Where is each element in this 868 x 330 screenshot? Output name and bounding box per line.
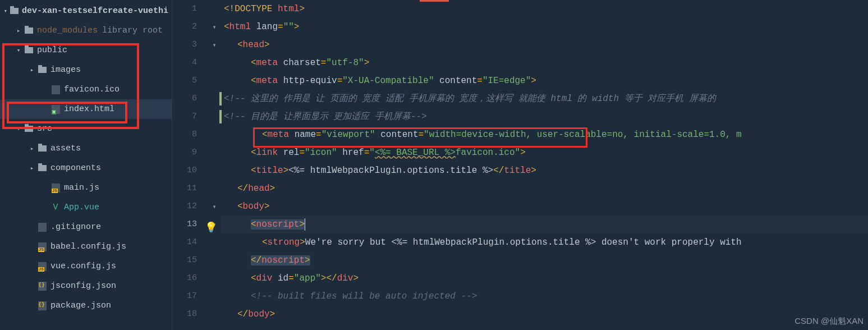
code-line[interactable]: </noscript> — [222, 251, 868, 269]
line-number[interactable]: 12 — [172, 198, 197, 216]
code-line-current[interactable]: 💡 <noscript> — [222, 216, 868, 233]
fold-column[interactable]: ▾ ▾ ▾ ▾ — [207, 0, 222, 330]
folder-icon — [24, 126, 34, 132]
tree-assets[interactable]: ▸ assets — [0, 139, 172, 158]
line-number[interactable]: 3 — [172, 36, 197, 54]
code-area[interactable]: <!DOCTYPE html> <html lang=""> <head> <m… — [222, 0, 868, 330]
tree-label: main.js — [64, 183, 99, 192]
lightbulb-icon[interactable]: 💡 — [205, 219, 217, 237]
line-number[interactable]: 17 — [172, 287, 197, 305]
line-number[interactable]: 7 — [172, 108, 197, 126]
js-file-icon — [37, 262, 47, 271]
folder-icon — [10, 8, 19, 14]
folder-icon — [37, 67, 47, 73]
change-marker — [219, 110, 222, 123]
tree-suffix: library root — [102, 26, 163, 35]
chevron-right-icon: ▸ — [28, 145, 36, 152]
line-number[interactable]: 9 — [172, 144, 197, 162]
folder-icon — [37, 165, 47, 171]
code-line[interactable]: <body> — [222, 198, 868, 216]
tree-images[interactable]: ▸ images — [0, 60, 172, 80]
js-file-icon — [37, 242, 47, 251]
tree-index-html[interactable]: index.html — [0, 99, 172, 119]
chevron-right-icon: ▸ — [15, 27, 22, 34]
code-line[interactable]: <!DOCTYPE html> — [222, 0, 868, 18]
code-line[interactable]: </body> — [222, 305, 868, 323]
code-line[interactable]: <div id="app"></div> — [222, 269, 868, 287]
chevron-right-icon: ▸ — [28, 66, 36, 74]
tree-node-modules[interactable]: ▸ node_modules library root — [0, 21, 172, 40]
tree-label: package.json — [50, 301, 111, 310]
tree-gitignore[interactable]: .gitignore — [0, 217, 172, 237]
tree-vue-config[interactable]: vue.config.js — [0, 256, 172, 276]
code-line[interactable]: <meta http-equiv="X-UA-Compatible" conte… — [222, 72, 868, 90]
top-marker — [420, 0, 449, 2]
tree-package-json[interactable]: package.json — [0, 296, 172, 315]
tree-label: vue.config.js — [50, 262, 116, 271]
tree-project-root[interactable]: ▾ dev-xan-testselfcreate-vuethi — [0, 1, 172, 21]
file-icon — [37, 223, 47, 232]
code-line[interactable]: <!-- 目的是 让界面显示 更加适应 手机屏幕--> — [222, 108, 868, 126]
tree-public[interactable]: ▾ public — [0, 40, 172, 60]
line-number[interactable]: 8 — [172, 126, 197, 144]
line-number[interactable]: 18 — [172, 305, 197, 323]
line-number[interactable]: 10 — [172, 162, 197, 180]
line-number[interactable]: 13 — [172, 216, 197, 233]
tree-babel-config[interactable]: babel.config.js — [0, 237, 172, 256]
tree-jsconfig[interactable]: jsconfig.json — [0, 276, 172, 296]
line-number[interactable]: 14 — [172, 233, 197, 251]
js-file-icon — [50, 184, 61, 192]
code-line[interactable]: <html lang=""> — [222, 18, 868, 36]
line-number[interactable]: 1 — [172, 0, 197, 18]
line-number[interactable]: 5 — [172, 72, 197, 90]
chevron-right-icon: ▸ — [28, 164, 36, 172]
tree-main-js[interactable]: main.js — [0, 178, 172, 198]
tree-label: .gitignore — [50, 222, 101, 232]
tree-label: favicon.ico — [64, 85, 120, 94]
tree-label: node_modules — [37, 26, 98, 35]
line-number-gutter[interactable]: 1 2 3 4 5 6 7 8 9 10 11 12 13 14 15 16 1… — [172, 0, 207, 330]
tree-app-vue[interactable]: V App.vue — [0, 198, 172, 217]
line-number[interactable]: 4 — [172, 54, 197, 72]
project-tree[interactable]: ▾ dev-xan-testselfcreate-vuethi ▸ node_m… — [0, 0, 172, 330]
tree-label: public — [37, 45, 67, 55]
file-icon — [50, 85, 61, 94]
line-number[interactable]: 2 — [172, 18, 197, 36]
line-number[interactable]: 16 — [172, 269, 197, 287]
tree-label: jsconfig.json — [50, 281, 116, 291]
code-line[interactable]: <!-- 这里的 作用是 让 页面的 宽度 适配 手机屏幕的 宽度，这样写 就能… — [222, 90, 868, 108]
tree-src[interactable]: ▾ src — [0, 119, 172, 139]
code-line[interactable]: <link rel="icon" href="<%= BASE_URL %>fa… — [222, 144, 868, 162]
tree-label: babel.config.js — [50, 242, 126, 251]
code-editor[interactable]: 1 2 3 4 5 6 7 8 9 10 11 12 13 14 15 16 1… — [172, 0, 868, 330]
tree-favicon[interactable]: favicon.ico — [0, 80, 172, 99]
code-line[interactable]: <meta name="viewport" content="width=dev… — [222, 126, 868, 144]
tree-components[interactable]: ▸ components — [0, 158, 172, 178]
code-line[interactable]: </head> — [222, 180, 868, 198]
line-number[interactable]: 6 — [172, 90, 197, 108]
folder-icon — [24, 27, 34, 34]
tree-label: index.html — [64, 104, 114, 114]
tree-label: src — [37, 124, 52, 134]
code-line[interactable]: <head> — [222, 36, 868, 54]
code-line[interactable]: <meta charset="utf-8"> — [222, 54, 868, 72]
chevron-down-icon: ▾ — [2, 7, 9, 15]
text-caret — [305, 218, 305, 231]
html-file-icon — [50, 105, 61, 114]
code-line[interactable]: <strong>We're sorry but <%= htmlWebpackP… — [222, 233, 868, 251]
fold-toggle[interactable]: ▾ — [207, 36, 222, 54]
vue-file-icon: V — [50, 203, 61, 212]
code-line[interactable]: <!-- built files will be auto injected -… — [222, 287, 868, 305]
chevron-down-icon: ▾ — [15, 47, 22, 54]
line-number[interactable]: 11 — [172, 180, 197, 198]
fold-toggle[interactable]: ▾ — [207, 198, 222, 216]
fold-toggle[interactable]: ▾ — [207, 18, 222, 36]
code-line[interactable]: <title><%= htmlWebpackPlugin.options.tit… — [222, 162, 868, 180]
change-marker — [219, 92, 222, 106]
json-file-icon — [37, 301, 47, 310]
tree-label: assets — [50, 144, 81, 153]
line-number[interactable]: 15 — [172, 251, 197, 269]
tree-label: App.vue — [64, 203, 99, 212]
folder-icon — [24, 47, 34, 53]
chevron-down-icon: ▾ — [15, 125, 22, 132]
